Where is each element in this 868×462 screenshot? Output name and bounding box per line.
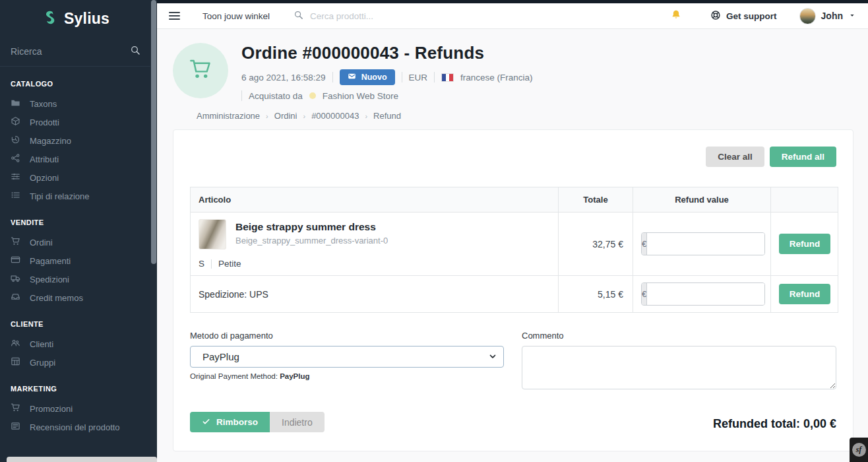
- breadcrumb-refund: Refund: [373, 111, 401, 121]
- table-row-product: Beige strappy summer dress Beige_strappy…: [191, 213, 838, 276]
- symfony-debug-toolbar-button[interactable]: sf: [850, 438, 868, 462]
- chevron-down-icon: [848, 10, 856, 22]
- section-label: CLIENTE: [11, 320, 140, 328]
- refund-amount-group: €: [641, 282, 765, 306]
- shipping-total: 5,15 €: [559, 276, 633, 313]
- currency-prefix: €: [642, 283, 647, 305]
- sidebar-section-marketing: MARKETING Promozioni Recensioni del prod…: [0, 385, 150, 436]
- purchased-label: Acquistato da: [249, 91, 303, 101]
- bell-icon[interactable]: [671, 9, 681, 22]
- divider: [434, 72, 435, 82]
- product-thumbnail: [199, 219, 226, 249]
- product-variant-code: Beige_strappy_summer_dress-variant-0: [235, 236, 388, 246]
- france-flag-icon: [441, 73, 454, 82]
- divider: [211, 259, 212, 269]
- sidebar-item-opzioni[interactable]: Opzioni: [0, 168, 150, 187]
- original-payment-value: PayPlug: [280, 372, 309, 380]
- refund-amount-input[interactable]: [647, 283, 765, 305]
- users-icon: [11, 338, 20, 350]
- sidebar-item-clienti[interactable]: Clienti: [0, 335, 150, 353]
- channel-dot-icon: [309, 92, 316, 99]
- divider: [332, 72, 333, 82]
- list-icon: [11, 190, 20, 202]
- sidebar-item-prodotti[interactable]: Prodotti: [0, 113, 150, 131]
- product-search-input[interactable]: [310, 11, 442, 21]
- get-support-link[interactable]: Get support: [710, 10, 777, 22]
- breadcrumb-separator: ›: [266, 112, 268, 120]
- truck-icon: [11, 273, 20, 285]
- grid-icon: [11, 356, 20, 368]
- sidebar-item-gruppi[interactable]: Gruppi: [0, 353, 150, 372]
- clear-all-button[interactable]: Clear all: [706, 147, 764, 167]
- topbar-search: [294, 10, 442, 22]
- inbox-icon: [11, 292, 20, 304]
- order-date: 6 ago 2021, 16:58:29: [241, 73, 326, 82]
- sidebar-section-vendite: VENDITE Ordini Pagamenti Spedizioni Cred…: [0, 218, 150, 307]
- sidebar-item-attributi[interactable]: Attributi: [0, 150, 150, 168]
- symfony-logo-icon: sf: [852, 443, 866, 457]
- comment-textarea[interactable]: [522, 346, 836, 389]
- payment-method-label: Metodo di pagamento: [190, 331, 504, 341]
- history-icon: [11, 135, 20, 147]
- logo-text: Sylius: [64, 10, 109, 28]
- sidebar-item-spedizioni[interactable]: Spedizioni: [0, 270, 150, 288]
- sidebar-search: [0, 37, 150, 67]
- refund-amount-input[interactable]: [647, 233, 765, 255]
- table-header-row: Articolo Totale Refund value: [191, 187, 838, 213]
- refund-items-table: Articolo Totale Refund value Beige strap…: [190, 187, 838, 313]
- sidebar-item-pagamenti[interactable]: Pagamenti: [0, 251, 150, 270]
- user-menu[interactable]: John: [799, 8, 856, 24]
- indietro-back-button[interactable]: Indietro: [270, 412, 325, 432]
- cube-icon: [11, 116, 20, 128]
- section-label: VENDITE: [11, 218, 140, 226]
- column-header-action: [771, 187, 838, 213]
- section-label: CATALOGO: [11, 80, 140, 88]
- table-row-shipping: Spedizione: UPS 5,15 € € Refund: [191, 276, 838, 313]
- sidebar-item-tipi-di-relazione[interactable]: Tipi di relazione: [0, 187, 150, 205]
- sidebar-item-magazzino[interactable]: Magazzino: [0, 131, 150, 150]
- refund-button[interactable]: Refund: [779, 234, 830, 254]
- status-badge: Nuovo: [340, 69, 395, 85]
- breadcrumb: Amministrazione › Ordini › #000000043 › …: [197, 111, 868, 121]
- sidebar-item-taxons[interactable]: Taxons: [0, 94, 150, 113]
- sidebar-horizontal-scrollbar[interactable]: [7, 457, 157, 462]
- breadcrumb-separator: ›: [303, 112, 305, 120]
- sidebar-item-credit-memos[interactable]: Credit memos: [0, 288, 150, 307]
- store-link[interactable]: Toon jouw winkel: [202, 11, 270, 21]
- sliders-icon: [11, 172, 20, 183]
- sidebar-item-promozioni[interactable]: Promozioni: [0, 399, 150, 418]
- sylius-logo[interactable]: Sylius: [0, 0, 150, 37]
- column-header-articolo: Articolo: [191, 187, 559, 213]
- sidebar: Sylius CATALOGO Taxons Prodotti Magazzin…: [0, 0, 157, 462]
- refund-all-button[interactable]: Refund all: [770, 147, 836, 167]
- sidebar-section-cliente: CLIENTE Clienti Gruppi: [0, 320, 150, 372]
- breadcrumb-order-number[interactable]: #000000043: [311, 111, 359, 121]
- divider: [241, 90, 242, 101]
- rimborso-submit-button[interactable]: Rimborso: [190, 412, 270, 432]
- breadcrumb-amministrazione[interactable]: Amministrazione: [197, 111, 260, 121]
- order-locale: francese (Francia): [460, 73, 533, 82]
- refund-card: Clear all Refund all Articolo Totale Ref…: [173, 129, 853, 451]
- order-currency: EUR: [409, 73, 428, 82]
- product-total: 32,75 €: [559, 213, 633, 276]
- refunded-total: Refunded total: 0,00 €: [713, 417, 836, 432]
- breadcrumb-ordini[interactable]: Ordini: [274, 111, 297, 121]
- original-payment-note: Original Payment Method: PayPlug: [190, 372, 504, 380]
- check-icon: [202, 417, 210, 428]
- cart-icon: [11, 403, 20, 414]
- sidebar-search-input[interactable]: [11, 46, 130, 57]
- sidebar-item-ordini[interactable]: Ordini: [0, 233, 150, 251]
- refund-button[interactable]: Refund: [779, 284, 830, 304]
- avatar: [799, 8, 816, 24]
- page-header: Ordine #000000043 - Refunds 6 ago 2021, …: [157, 29, 868, 121]
- product-option-size: S: [199, 259, 204, 269]
- payment-method-select[interactable]: PayPlug: [190, 346, 504, 368]
- sidebar-section-catalogo: CATALOGO Taxons Prodotti Magazzino Attri…: [0, 80, 150, 205]
- hamburger-menu-icon[interactable]: [169, 12, 180, 20]
- product-name: Beige strappy summer dress: [235, 221, 388, 233]
- topbar: Toon jouw winkel Get support John: [157, 3, 868, 29]
- sidebar-scrollbar-thumb[interactable]: [151, 0, 156, 264]
- column-header-totale: Totale: [559, 187, 633, 213]
- sidebar-item-recensioni[interactable]: Recensioni del prodotto: [0, 418, 150, 436]
- search-icon[interactable]: [130, 45, 140, 58]
